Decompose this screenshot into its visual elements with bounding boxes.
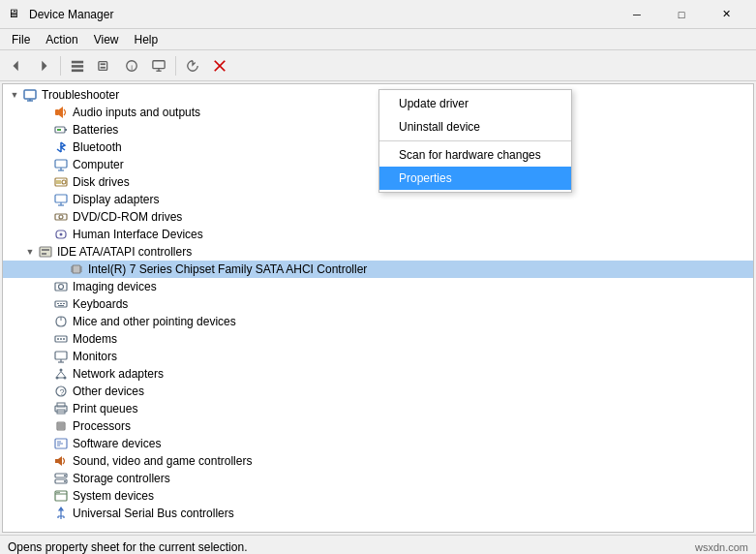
tree-icon-processors	[53, 418, 69, 434]
tree-item-system[interactable]: System devices	[3, 487, 753, 505]
forward-button[interactable]	[31, 54, 56, 77]
tree-item-storage[interactable]: Storage controllers	[3, 470, 753, 487]
svg-rect-15	[24, 90, 36, 99]
svg-rect-38	[42, 253, 46, 255]
close-button[interactable]: ✕	[704, 0, 748, 29]
tree-label-computer: Computer	[73, 158, 124, 171]
tree-icon-other: ?	[53, 384, 69, 399]
tree-icon-print	[53, 401, 69, 416]
tree-icon-intel-sata	[69, 262, 84, 277]
scan-button[interactable]	[92, 54, 117, 77]
context-menu-item-scan-hardware[interactable]: Scan for hardware changes	[379, 143, 571, 167]
tree-item-usb[interactable]: Universal Serial Bus controllers	[3, 505, 753, 522]
svg-rect-23	[55, 160, 67, 168]
tree-toggle-computer[interactable]	[38, 157, 53, 172]
tree-icon-network	[53, 366, 69, 382]
tree-item-hid[interactable]: Human Interface Devices	[3, 226, 753, 243]
tree-toggle-sound[interactable]	[38, 453, 53, 469]
tree-toggle-usb[interactable]	[38, 506, 53, 521]
tree-icon-audio	[53, 105, 69, 120]
minimize-button[interactable]: ─	[615, 0, 659, 29]
tree-label-display: Display adapters	[73, 193, 159, 206]
tree-icon-display	[53, 192, 69, 207]
menu-item-view[interactable]: View	[86, 31, 127, 48]
tree-item-ide[interactable]: ▼ IDE ATA/ATAPI controllers	[3, 243, 753, 261]
tree-toggle-display[interactable]	[38, 192, 53, 207]
menu-bar: FileActionViewHelp	[0, 29, 756, 50]
svg-rect-51	[63, 303, 65, 304]
tree-toggle-modems[interactable]	[38, 331, 53, 347]
tree-toggle-system[interactable]	[38, 488, 53, 504]
tree-item-other[interactable]: ? Other devices	[3, 383, 753, 400]
tree-item-print[interactable]: Print queues	[3, 400, 753, 417]
tree-toggle-audio[interactable]	[38, 105, 53, 120]
svg-rect-2	[72, 60, 83, 63]
menu-item-help[interactable]: Help	[127, 31, 166, 48]
tree-toggle-network[interactable]	[38, 366, 53, 382]
tree-toggle-bluetooth[interactable]	[38, 139, 53, 155]
tree-icon-mice	[53, 314, 69, 329]
tree-item-processors[interactable]: Processors	[3, 417, 753, 435]
tree-label-usb: Universal Serial Bus controllers	[73, 507, 234, 520]
tree-toggle-storage[interactable]	[38, 471, 53, 486]
context-menu-item-update-driver[interactable]: Update driver	[379, 92, 571, 115]
tree-item-software[interactable]: Software devices	[3, 435, 753, 452]
tree-icon-system	[53, 488, 69, 504]
tree-toggle-diskdrives[interactable]	[38, 174, 53, 190]
back-button[interactable]	[4, 54, 29, 77]
app-icon: 🖥	[8, 7, 23, 22]
tree-item-dvd[interactable]: DVD/CD-ROM drives	[3, 208, 753, 226]
toolbar-sep-1	[60, 56, 61, 76]
svg-rect-39	[73, 265, 80, 273]
tree-item-monitors[interactable]: Monitors	[3, 348, 753, 365]
tree-item-network[interactable]: Network adapters	[3, 365, 753, 383]
svg-text:?: ?	[60, 387, 65, 397]
tree-toggle-batteries[interactable]	[38, 122, 53, 138]
delete-button[interactable]	[207, 54, 232, 77]
root-toggle: ▼	[7, 87, 22, 103]
menu-item-file[interactable]: File	[4, 31, 38, 48]
tree-toggle-hid[interactable]	[38, 227, 53, 242]
tree-icon-usb	[53, 506, 69, 521]
tree-label-intel-sata: Intel(R) 7 Series Chipset Family SATA AH…	[88, 262, 367, 276]
maximize-button[interactable]: □	[659, 0, 704, 29]
context-menu-item-properties[interactable]: Properties	[379, 167, 571, 190]
properties-button[interactable]: i	[119, 54, 144, 77]
update-button[interactable]	[180, 54, 205, 77]
tree-item-sound[interactable]: Sound, video and game controllers	[3, 452, 753, 470]
tree-toggle-mice[interactable]	[38, 314, 53, 329]
svg-line-65	[61, 372, 65, 377]
svg-point-61	[60, 369, 63, 372]
tree-label-dvd: DVD/CD-ROM drives	[73, 210, 182, 224]
tree-toggle-dvd[interactable]	[38, 209, 53, 225]
svg-point-55	[57, 338, 59, 340]
monitor-button[interactable]	[146, 54, 171, 77]
tree-item-intel-sata[interactable]: Intel(R) 7 Series Chipset Family SATA AH…	[3, 261, 753, 278]
svg-marker-79	[58, 456, 62, 466]
tree-toggle-software[interactable]	[38, 436, 53, 451]
context-menu-item-uninstall-device[interactable]: Uninstall device	[379, 115, 571, 138]
tree-toggle-ide[interactable]: ▼	[22, 244, 38, 260]
tree-toggle-processors[interactable]	[38, 418, 53, 434]
tree-toggle-keyboards[interactable]	[38, 296, 53, 312]
toolbar: i	[0, 50, 756, 81]
svg-marker-0	[14, 60, 18, 71]
tree-icon-storage	[53, 471, 69, 486]
tree-label-network: Network adapters	[73, 367, 164, 381]
svg-point-47	[59, 285, 64, 290]
tree-icon-batteries	[53, 122, 69, 138]
svg-rect-49	[57, 303, 59, 304]
tree-toggle-other[interactable]	[38, 384, 53, 399]
showhide-button[interactable]	[65, 54, 90, 77]
tree-toggle-print[interactable]	[38, 401, 53, 416]
tree-toggle-monitors[interactable]	[38, 349, 53, 364]
menu-item-action[interactable]: Action	[38, 31, 85, 48]
svg-rect-18	[55, 109, 59, 115]
tree-item-mice[interactable]: Mice and other pointing devices	[3, 313, 753, 330]
tree-item-modems[interactable]: Modems	[3, 330, 753, 348]
tree-item-keyboards[interactable]: Keyboards	[3, 295, 753, 313]
tree-item-display[interactable]: Display adapters	[3, 191, 753, 208]
tree-toggle-imaging[interactable]	[38, 279, 53, 294]
toolbar-sep-2	[175, 56, 176, 76]
tree-item-imaging[interactable]: Imaging devices	[3, 278, 753, 295]
